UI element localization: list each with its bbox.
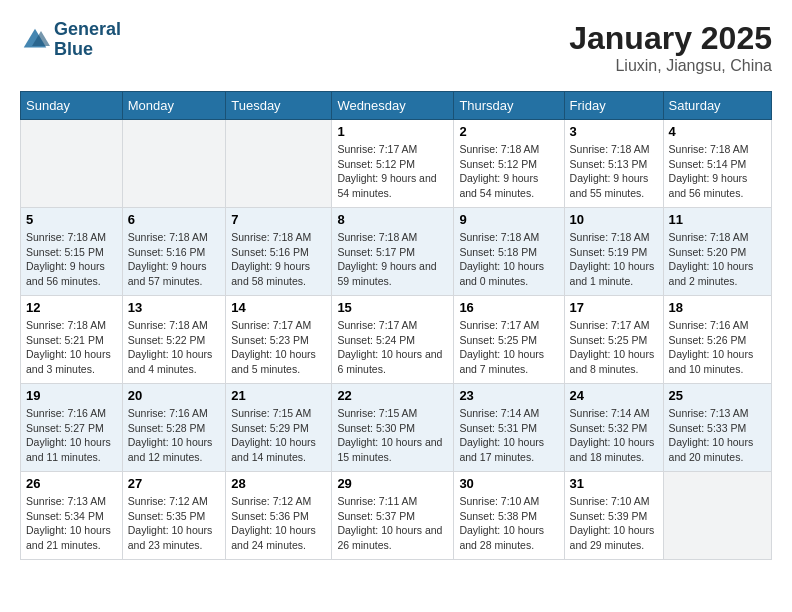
day-info: Sunrise: 7:11 AM Sunset: 5:37 PM Dayligh… <box>337 494 448 553</box>
header-monday: Monday <box>122 92 226 120</box>
day-number: 19 <box>26 388 117 403</box>
logo-line1: General <box>54 19 121 39</box>
calendar-subtitle: Liuxin, Jiangsu, China <box>569 57 772 75</box>
day-number: 30 <box>459 476 558 491</box>
day-number: 8 <box>337 212 448 227</box>
day-info: Sunrise: 7:16 AM Sunset: 5:28 PM Dayligh… <box>128 406 221 465</box>
day-info: Sunrise: 7:18 AM Sunset: 5:13 PM Dayligh… <box>570 142 658 201</box>
table-row: 24Sunrise: 7:14 AM Sunset: 5:32 PM Dayli… <box>564 384 663 472</box>
calendar-title: January 2025 <box>569 20 772 57</box>
header-sunday: Sunday <box>21 92 123 120</box>
header-wednesday: Wednesday <box>332 92 454 120</box>
day-info: Sunrise: 7:18 AM Sunset: 5:22 PM Dayligh… <box>128 318 221 377</box>
table-row: 23Sunrise: 7:14 AM Sunset: 5:31 PM Dayli… <box>454 384 564 472</box>
day-info: Sunrise: 7:18 AM Sunset: 5:20 PM Dayligh… <box>669 230 766 289</box>
table-row: 9Sunrise: 7:18 AM Sunset: 5:18 PM Daylig… <box>454 208 564 296</box>
table-row: 22Sunrise: 7:15 AM Sunset: 5:30 PM Dayli… <box>332 384 454 472</box>
table-row: 29Sunrise: 7:11 AM Sunset: 5:37 PM Dayli… <box>332 472 454 560</box>
table-row: 14Sunrise: 7:17 AM Sunset: 5:23 PM Dayli… <box>226 296 332 384</box>
day-info: Sunrise: 7:14 AM Sunset: 5:32 PM Dayligh… <box>570 406 658 465</box>
day-number: 2 <box>459 124 558 139</box>
calendar-week-row: 5Sunrise: 7:18 AM Sunset: 5:15 PM Daylig… <box>21 208 772 296</box>
logo-text: General Blue <box>54 20 121 60</box>
table-row: 30Sunrise: 7:10 AM Sunset: 5:38 PM Dayli… <box>454 472 564 560</box>
day-number: 26 <box>26 476 117 491</box>
day-info: Sunrise: 7:16 AM Sunset: 5:27 PM Dayligh… <box>26 406 117 465</box>
day-number: 23 <box>459 388 558 403</box>
day-number: 11 <box>669 212 766 227</box>
day-info: Sunrise: 7:18 AM Sunset: 5:15 PM Dayligh… <box>26 230 117 289</box>
day-info: Sunrise: 7:18 AM Sunset: 5:12 PM Dayligh… <box>459 142 558 201</box>
table-row: 26Sunrise: 7:13 AM Sunset: 5:34 PM Dayli… <box>21 472 123 560</box>
header-tuesday: Tuesday <box>226 92 332 120</box>
day-number: 9 <box>459 212 558 227</box>
header-saturday: Saturday <box>663 92 771 120</box>
day-info: Sunrise: 7:12 AM Sunset: 5:36 PM Dayligh… <box>231 494 326 553</box>
day-number: 29 <box>337 476 448 491</box>
table-row: 27Sunrise: 7:12 AM Sunset: 5:35 PM Dayli… <box>122 472 226 560</box>
header-friday: Friday <box>564 92 663 120</box>
table-row: 20Sunrise: 7:16 AM Sunset: 5:28 PM Dayli… <box>122 384 226 472</box>
table-row: 12Sunrise: 7:18 AM Sunset: 5:21 PM Dayli… <box>21 296 123 384</box>
table-row <box>226 120 332 208</box>
logo-line2: Blue <box>54 39 93 59</box>
logo-icon <box>20 25 50 55</box>
table-row <box>663 472 771 560</box>
day-number: 20 <box>128 388 221 403</box>
day-number: 25 <box>669 388 766 403</box>
day-info: Sunrise: 7:18 AM Sunset: 5:14 PM Dayligh… <box>669 142 766 201</box>
table-row: 15Sunrise: 7:17 AM Sunset: 5:24 PM Dayli… <box>332 296 454 384</box>
table-row: 19Sunrise: 7:16 AM Sunset: 5:27 PM Dayli… <box>21 384 123 472</box>
day-info: Sunrise: 7:15 AM Sunset: 5:30 PM Dayligh… <box>337 406 448 465</box>
day-info: Sunrise: 7:18 AM Sunset: 5:19 PM Dayligh… <box>570 230 658 289</box>
day-number: 24 <box>570 388 658 403</box>
table-row: 18Sunrise: 7:16 AM Sunset: 5:26 PM Dayli… <box>663 296 771 384</box>
day-number: 22 <box>337 388 448 403</box>
day-number: 12 <box>26 300 117 315</box>
table-row: 13Sunrise: 7:18 AM Sunset: 5:22 PM Dayli… <box>122 296 226 384</box>
day-number: 3 <box>570 124 658 139</box>
day-number: 5 <box>26 212 117 227</box>
day-info: Sunrise: 7:13 AM Sunset: 5:34 PM Dayligh… <box>26 494 117 553</box>
table-row: 4Sunrise: 7:18 AM Sunset: 5:14 PM Daylig… <box>663 120 771 208</box>
day-number: 13 <box>128 300 221 315</box>
table-row: 11Sunrise: 7:18 AM Sunset: 5:20 PM Dayli… <box>663 208 771 296</box>
day-number: 31 <box>570 476 658 491</box>
day-info: Sunrise: 7:14 AM Sunset: 5:31 PM Dayligh… <box>459 406 558 465</box>
day-info: Sunrise: 7:17 AM Sunset: 5:23 PM Dayligh… <box>231 318 326 377</box>
calendar-week-row: 19Sunrise: 7:16 AM Sunset: 5:27 PM Dayli… <box>21 384 772 472</box>
day-number: 7 <box>231 212 326 227</box>
page-header: General Blue January 2025 Liuxin, Jiangs… <box>20 20 772 75</box>
calendar-table: Sunday Monday Tuesday Wednesday Thursday… <box>20 91 772 560</box>
day-number: 17 <box>570 300 658 315</box>
table-row: 31Sunrise: 7:10 AM Sunset: 5:39 PM Dayli… <box>564 472 663 560</box>
day-number: 18 <box>669 300 766 315</box>
day-info: Sunrise: 7:18 AM Sunset: 5:16 PM Dayligh… <box>231 230 326 289</box>
table-row: 6Sunrise: 7:18 AM Sunset: 5:16 PM Daylig… <box>122 208 226 296</box>
day-info: Sunrise: 7:17 AM Sunset: 5:24 PM Dayligh… <box>337 318 448 377</box>
day-info: Sunrise: 7:16 AM Sunset: 5:26 PM Dayligh… <box>669 318 766 377</box>
table-row: 17Sunrise: 7:17 AM Sunset: 5:25 PM Dayli… <box>564 296 663 384</box>
day-info: Sunrise: 7:17 AM Sunset: 5:25 PM Dayligh… <box>570 318 658 377</box>
day-number: 4 <box>669 124 766 139</box>
table-row: 2Sunrise: 7:18 AM Sunset: 5:12 PM Daylig… <box>454 120 564 208</box>
table-row <box>21 120 123 208</box>
table-row: 1Sunrise: 7:17 AM Sunset: 5:12 PM Daylig… <box>332 120 454 208</box>
table-row: 16Sunrise: 7:17 AM Sunset: 5:25 PM Dayli… <box>454 296 564 384</box>
day-number: 16 <box>459 300 558 315</box>
table-row: 28Sunrise: 7:12 AM Sunset: 5:36 PM Dayli… <box>226 472 332 560</box>
day-number: 10 <box>570 212 658 227</box>
logo: General Blue <box>20 20 121 60</box>
title-block: January 2025 Liuxin, Jiangsu, China <box>569 20 772 75</box>
calendar-week-row: 26Sunrise: 7:13 AM Sunset: 5:34 PM Dayli… <box>21 472 772 560</box>
day-number: 15 <box>337 300 448 315</box>
day-number: 27 <box>128 476 221 491</box>
day-info: Sunrise: 7:17 AM Sunset: 5:12 PM Dayligh… <box>337 142 448 201</box>
table-row <box>122 120 226 208</box>
table-row: 25Sunrise: 7:13 AM Sunset: 5:33 PM Dayli… <box>663 384 771 472</box>
table-row: 3Sunrise: 7:18 AM Sunset: 5:13 PM Daylig… <box>564 120 663 208</box>
calendar-header-row: Sunday Monday Tuesday Wednesday Thursday… <box>21 92 772 120</box>
table-row: 7Sunrise: 7:18 AM Sunset: 5:16 PM Daylig… <box>226 208 332 296</box>
table-row: 8Sunrise: 7:18 AM Sunset: 5:17 PM Daylig… <box>332 208 454 296</box>
day-info: Sunrise: 7:18 AM Sunset: 5:17 PM Dayligh… <box>337 230 448 289</box>
